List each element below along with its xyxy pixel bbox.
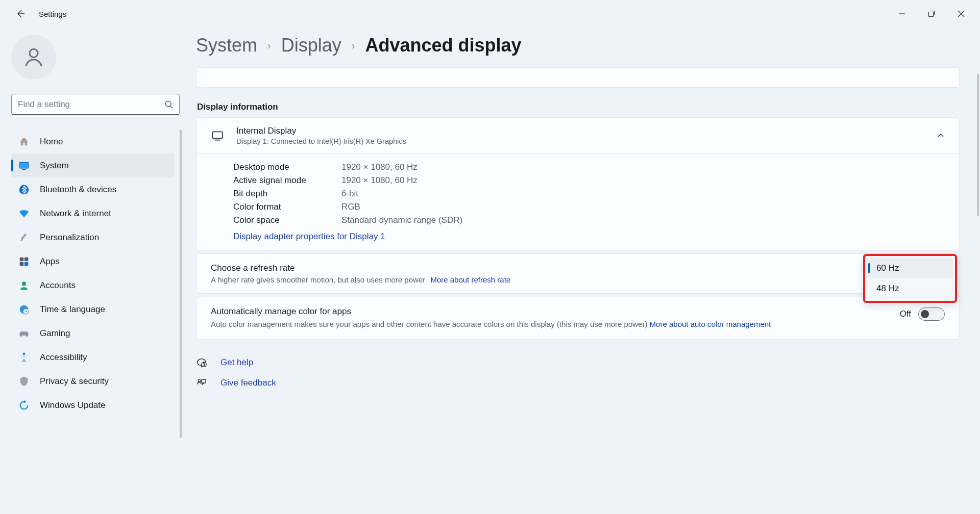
close-icon xyxy=(958,10,965,17)
auto-color-desc: Auto color management makes sure your ap… xyxy=(211,319,888,330)
avatar[interactable] xyxy=(11,35,56,80)
sidebar-item-label: Personalization xyxy=(40,233,99,243)
sidebar-item-network[interactable]: Network & internet xyxy=(11,201,175,225)
auto-color-toggle[interactable] xyxy=(918,307,945,321)
sidebar-item-personalization[interactable]: Personalization xyxy=(11,225,175,249)
auto-color-more-link[interactable]: More about auto color management xyxy=(650,320,771,328)
sidebar-scrollbar[interactable] xyxy=(180,130,182,438)
info-value: Standard dynamic range (SDR) xyxy=(341,215,462,225)
sidebar-item-apps[interactable]: Apps xyxy=(11,249,175,273)
svg-rect-1 xyxy=(929,12,934,17)
auto-color-card: Automatically manage color for apps Auto… xyxy=(196,297,960,340)
sidebar-item-label: Accessibility xyxy=(40,352,87,363)
refresh-rate-option-48hz[interactable]: 48 Hz xyxy=(867,278,953,299)
sidebar-item-time-language[interactable]: Time & language xyxy=(11,297,175,321)
sidebar-item-label: System xyxy=(40,161,69,171)
search-icon xyxy=(164,100,174,109)
minimize-button[interactable] xyxy=(887,4,917,24)
chevron-right-icon: › xyxy=(267,40,271,52)
refresh-rate-title: Choose a refresh rate xyxy=(211,263,945,273)
svg-point-23 xyxy=(204,365,204,366)
svg-point-16 xyxy=(22,281,26,286)
breadcrumb-system[interactable]: System xyxy=(196,35,257,56)
gamepad-icon xyxy=(18,328,30,339)
info-label: Bit depth xyxy=(233,189,341,199)
wifi-icon xyxy=(18,208,30,219)
monitor-icon xyxy=(211,129,224,142)
display-connection: Display 1: Connected to Intel(R) Iris(R)… xyxy=(236,137,406,145)
get-help-link[interactable]: Get help xyxy=(196,357,960,368)
give-feedback-label: Give feedback xyxy=(220,378,276,388)
info-label: Active signal mode xyxy=(233,175,341,186)
give-feedback-link[interactable]: Give feedback xyxy=(196,377,960,389)
chevron-right-icon: › xyxy=(352,40,355,52)
sidebar-item-label: Apps xyxy=(40,256,60,267)
sidebar-item-home[interactable]: Home xyxy=(11,130,175,153)
refresh-rate-option-60hz[interactable]: 60 Hz xyxy=(867,258,953,278)
sidebar-item-bluetooth[interactable]: Bluetooth & devices xyxy=(11,177,175,201)
sidebar-item-label: Bluetooth & devices xyxy=(40,185,116,195)
svg-rect-12 xyxy=(20,257,23,261)
svg-point-24 xyxy=(198,379,201,382)
sidebar-item-gaming[interactable]: Gaming xyxy=(11,321,175,345)
account-icon xyxy=(18,280,30,291)
auto-color-toggle-wrap: Off xyxy=(900,307,945,321)
breadcrumb: System › Display › Advanced display xyxy=(196,35,960,56)
close-button[interactable] xyxy=(946,4,976,24)
accessibility-icon xyxy=(18,352,30,363)
svg-point-4 xyxy=(30,49,38,57)
info-label: Color format xyxy=(233,202,341,212)
chevron-up-icon xyxy=(937,132,945,140)
refresh-rate-dropdown[interactable]: 60 Hz 48 Hz xyxy=(863,254,957,303)
info-row: Desktop mode 1920 × 1080, 60 Hz xyxy=(233,162,945,172)
svg-rect-25 xyxy=(202,379,206,382)
refresh-rate-more-link[interactable]: More about refresh rate xyxy=(430,275,510,284)
breadcrumb-current: Advanced display xyxy=(365,35,521,56)
sidebar-item-accounts[interactable]: Accounts xyxy=(11,273,175,297)
nav: Home System Bluetooth & devices Network … xyxy=(11,130,180,417)
svg-rect-9 xyxy=(22,169,26,170)
sidebar-item-accessibility[interactable]: Accessibility xyxy=(11,345,175,369)
sidebar-item-system[interactable]: System xyxy=(11,153,175,177)
sidebar-item-label: Accounts xyxy=(40,280,76,291)
svg-rect-8 xyxy=(20,163,28,168)
main-scrollbar[interactable] xyxy=(977,73,979,216)
maximize-button[interactable] xyxy=(917,4,946,24)
info-row: Bit depth 6-bit xyxy=(233,189,945,199)
window-controls xyxy=(887,4,976,24)
home-icon xyxy=(18,136,30,147)
info-value: RGB xyxy=(341,202,360,212)
svg-point-19 xyxy=(23,352,26,355)
user-icon xyxy=(22,45,45,69)
app-title: Settings xyxy=(39,10,66,18)
sidebar-item-privacy[interactable]: Privacy & security xyxy=(11,369,175,393)
display-info-body: Desktop mode 1920 × 1080, 60 Hz Active s… xyxy=(197,153,959,250)
system-icon xyxy=(18,160,30,171)
partial-card-above xyxy=(196,67,960,88)
display-adapter-properties-link[interactable]: Display adapter properties for Display 1 xyxy=(233,232,385,241)
main-content: System › Display › Advanced display Disp… xyxy=(189,28,980,514)
globe-clock-icon xyxy=(18,304,30,315)
display-info-card: Internal Display Display 1: Connected to… xyxy=(196,117,960,250)
svg-line-6 xyxy=(170,106,173,108)
refresh-rate-desc-text: A higher rate gives smoother motion, but… xyxy=(211,275,425,284)
svg-rect-13 xyxy=(24,257,28,261)
info-value: 1920 × 1080, 60 Hz xyxy=(341,162,418,172)
sidebar-item-windows-update[interactable]: Windows Update xyxy=(11,393,175,417)
maximize-icon xyxy=(928,10,935,17)
apps-icon xyxy=(18,256,30,267)
info-row: Color space Standard dynamic range (SDR) xyxy=(233,215,945,225)
search-input[interactable] xyxy=(11,94,180,115)
display-info-header[interactable]: Internal Display Display 1: Connected to… xyxy=(197,118,959,153)
svg-rect-11 xyxy=(21,233,27,239)
breadcrumb-display[interactable]: Display xyxy=(281,35,341,56)
sidebar-item-label: Gaming xyxy=(40,328,70,339)
sidebar: Home System Bluetooth & devices Network … xyxy=(0,28,189,514)
sidebar-item-label: Privacy & security xyxy=(40,376,109,387)
footer-links: Get help Give feedback xyxy=(196,357,960,389)
refresh-rate-card: Choose a refresh rate A higher rate give… xyxy=(196,253,960,294)
back-button[interactable] xyxy=(10,4,31,24)
bluetooth-icon xyxy=(18,184,30,195)
search-field[interactable] xyxy=(11,94,180,115)
minimize-icon xyxy=(898,10,905,17)
